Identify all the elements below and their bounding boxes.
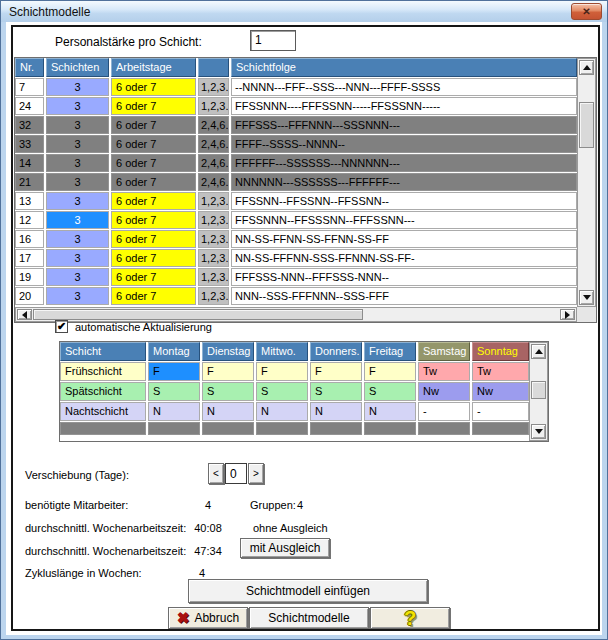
close-button[interactable]: ✕ [571, 3, 602, 20]
cell-schichtfolge[interactable]: FFFF--SSSS--NNNN-- [231, 135, 577, 153]
help-button[interactable]: ? [370, 607, 450, 629]
cell-nr[interactable]: 12 [15, 211, 44, 229]
cell-arbeitstage[interactable]: 6 oder 7 [111, 154, 196, 172]
cell-day[interactable]: Tw [472, 362, 529, 381]
schichtmodelle-button[interactable]: Schichtmodelle [249, 607, 369, 629]
cell-day[interactable] [472, 422, 529, 435]
cell-day[interactable]: S [364, 382, 416, 401]
table-row[interactable]: 1736 oder 71,2,3...NN-SS-FFFNN-SSS-FFNNN… [15, 249, 577, 267]
cell-schichten[interactable]: 3 [46, 154, 109, 172]
cell-schichten[interactable]: 3 [46, 135, 109, 153]
cell-day[interactable]: N [310, 402, 362, 421]
table-row[interactable]: 736 oder 71,2,3...--NNNN---FFF--SSS---NN… [15, 78, 577, 96]
cell-schichtfolge[interactable]: FFSSNN--FFSSNN--FFSSNN-- [231, 192, 577, 210]
cell-day[interactable]: - [472, 402, 529, 421]
cell-tage[interactable]: 1,2,3... [198, 230, 229, 248]
cell-schichten[interactable]: 3 [46, 268, 109, 286]
table-row[interactable] [60, 422, 529, 435]
personalstaerke-input[interactable]: 1 [250, 30, 296, 51]
cell-schichten[interactable]: 3 [46, 192, 109, 210]
cell-day[interactable]: S [256, 382, 308, 401]
cell-nr[interactable]: 19 [15, 268, 44, 286]
week-vertical-scrollbar[interactable] [529, 342, 548, 441]
table-row[interactable]: 1236 oder 71,2,3...FFSSNNN--FFSSSNN--FFF… [15, 211, 577, 229]
cell-day[interactable]: F [148, 362, 200, 381]
cell-day[interactable]: Nw [418, 382, 470, 401]
cell-arbeitstage[interactable]: 6 oder 7 [111, 78, 196, 96]
cell-schichtfolge[interactable]: FFSSNNN--FFSSSNN--FFFSSNN--- [231, 211, 577, 229]
cell-schichtfolge[interactable]: NN-SS-FFNN-SS-FFNN-SS-FF [231, 230, 577, 248]
column-header[interactable]: Schichten [46, 58, 109, 77]
cell-schichten[interactable]: 3 [46, 211, 109, 229]
cell-day[interactable] [310, 422, 362, 435]
cell-day[interactable]: S [148, 382, 200, 401]
cell-tage[interactable]: 1,2,3... [198, 287, 229, 305]
cell-tage[interactable]: 1,2,3... [198, 211, 229, 229]
table-row[interactable]: 1436 oder 72,4,6...FFFFFF---SSSSSS---NNN… [15, 154, 577, 172]
cell-arbeitstage[interactable]: 6 oder 7 [111, 135, 196, 153]
table-row[interactable]: 1936 oder 71,2,3...FFFSSS-NNN--FFFSSS-NN… [15, 268, 577, 286]
cell-nr[interactable]: 21 [15, 173, 44, 191]
cell-tage[interactable]: 1,2,3... [198, 192, 229, 210]
schichtmodell-einfuegen-button[interactable]: Schichtmodell einfügen [188, 579, 428, 603]
cell-day[interactable]: F [202, 362, 254, 381]
cell-day[interactable] [364, 422, 416, 435]
cell-nr[interactable]: 14 [15, 154, 44, 172]
cell-schichten[interactable]: 3 [46, 97, 109, 115]
scroll-down-button[interactable] [531, 424, 546, 439]
cell-nr[interactable]: 13 [15, 192, 44, 210]
cell-schicht-label[interactable]: Frühschicht [60, 362, 146, 381]
table-row[interactable]: SpätschichtSSSSSNwNw [60, 382, 529, 401]
auto-update-checkbox[interactable]: ✔ automatische Aktualisierung [55, 320, 212, 333]
cell-day[interactable]: F [364, 362, 416, 381]
cell-day[interactable]: F [256, 362, 308, 381]
cell-tage[interactable]: 2,4,6... [198, 154, 229, 172]
cell-nr[interactable]: 17 [15, 249, 44, 267]
table-row[interactable]: 2436 oder 71,2,3...FFSSNNN----FFFSSNN---… [15, 97, 577, 115]
scroll-thumb[interactable] [33, 309, 363, 320]
mit-ausgleich-button[interactable]: mit Ausgleich [240, 538, 330, 558]
cell-schichten[interactable]: 3 [46, 287, 109, 305]
cell-schichtfolge[interactable]: FFFFFF---SSSSSS---NNNNNN--- [231, 154, 577, 172]
cell-tage[interactable]: 1,2,3... [198, 78, 229, 96]
scroll-up-button[interactable] [579, 60, 594, 75]
cell-nr[interactable]: 32 [15, 116, 44, 134]
cell-schichten[interactable]: 3 [46, 173, 109, 191]
cell-tage[interactable]: 1,2,3... [198, 249, 229, 267]
column-header[interactable]: Samstag [418, 342, 470, 361]
abbruch-button[interactable]: ✖ Abbruch [168, 607, 248, 629]
table-row[interactable]: 2136 oder 72,4,6...NNNNNN---SSSSSS---FFF… [15, 173, 577, 191]
cell-nr[interactable]: 24 [15, 97, 44, 115]
cell-schicht-label[interactable] [60, 422, 146, 435]
cell-tage[interactable]: 1,2,3... [198, 97, 229, 115]
column-header[interactable]: Schichtfolge [231, 58, 577, 77]
column-header[interactable]: Freitag [364, 342, 416, 361]
cell-nr[interactable]: 33 [15, 135, 44, 153]
cell-arbeitstage[interactable]: 6 oder 7 [111, 116, 196, 134]
cell-tage[interactable]: 2,4,6... [198, 173, 229, 191]
cell-schicht-label[interactable]: Spätschicht [60, 382, 146, 401]
scroll-thumb[interactable] [531, 381, 546, 399]
cell-nr[interactable]: 20 [15, 287, 44, 305]
increment-button[interactable]: > [248, 463, 264, 484]
scroll-up-button[interactable] [531, 344, 546, 359]
cell-arbeitstage[interactable]: 6 oder 7 [111, 192, 196, 210]
checkbox-box[interactable]: ✔ [55, 320, 68, 333]
cell-arbeitstage[interactable]: 6 oder 7 [111, 249, 196, 267]
cell-nr[interactable]: 16 [15, 230, 44, 248]
cell-day[interactable]: N [202, 402, 254, 421]
cell-day[interactable]: S [202, 382, 254, 401]
table-row[interactable]: 1336 oder 71,2,3...FFSSNN--FFSSNN--FFSSN… [15, 192, 577, 210]
cell-schichtfolge[interactable]: NNN--SSS-FFFNNN--SSS-FFF [231, 287, 577, 305]
column-header[interactable]: Dienstag [202, 342, 254, 361]
cell-day[interactable]: N [256, 402, 308, 421]
cell-arbeitstage[interactable]: 6 oder 7 [111, 230, 196, 248]
cell-day[interactable]: - [418, 402, 470, 421]
cell-schichtfolge[interactable]: FFFSSS---FFFNNN---SSSNNN--- [231, 116, 577, 134]
cell-day[interactable]: Nw [472, 382, 529, 401]
cell-day[interactable]: N [364, 402, 416, 421]
cell-day[interactable]: N [148, 402, 200, 421]
table-row[interactable]: 1636 oder 71,2,3...NN-SS-FFNN-SS-FFNN-SS… [15, 230, 577, 248]
titlebar[interactable]: Schichtmodelle [1, 1, 607, 22]
cell-schichtfolge[interactable]: --NNNN---FFF--SSS---NNN---FFFF-SSSS [231, 78, 577, 96]
